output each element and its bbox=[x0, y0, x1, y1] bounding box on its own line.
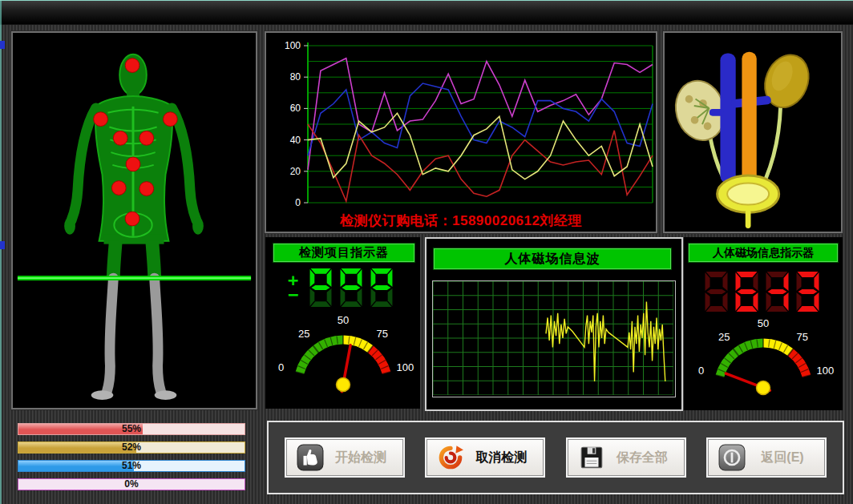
thumb-up-icon bbox=[297, 444, 324, 471]
detect-item-gauge: 0255075100 bbox=[269, 314, 417, 404]
svg-text:75: 75 bbox=[376, 328, 387, 340]
svg-text:60: 60 bbox=[290, 103, 301, 114]
svg-text:40: 40 bbox=[290, 135, 301, 146]
svg-text:25: 25 bbox=[718, 331, 730, 343]
magnetic-led-display bbox=[703, 271, 821, 312]
window-edge-marker bbox=[0, 41, 5, 49]
return-button[interactable]: 返回(E) bbox=[708, 439, 825, 476]
organ-image-panel bbox=[663, 31, 843, 233]
window-titlebar bbox=[0, 1, 853, 25]
magnetic-wave-panel: 人体磁场信息波 bbox=[425, 237, 683, 411]
detect-item-indicator-panel: 检测项目指示器 + − 0255075100 bbox=[265, 237, 420, 409]
progress-bar-magenta: 0% bbox=[18, 478, 245, 490]
body-figure bbox=[13, 33, 256, 408]
return-label: 返回(E) bbox=[746, 450, 819, 466]
action-button-bar: 开始检测 取消检测 bbox=[267, 421, 844, 494]
magnetic-wave-scope bbox=[432, 280, 676, 397]
start-detect-label: 开始检测 bbox=[324, 450, 398, 466]
progress-label: 51% bbox=[18, 460, 245, 471]
svg-text:0: 0 bbox=[698, 365, 704, 377]
svg-text:80: 80 bbox=[290, 71, 301, 83]
save-all-button[interactable]: 保存全部 bbox=[568, 439, 685, 476]
magnetic-wave-title: 人体磁场信息波 bbox=[433, 248, 672, 270]
svg-text:100: 100 bbox=[285, 40, 301, 51]
kidney-illustration bbox=[665, 33, 838, 228]
svg-text:50: 50 bbox=[338, 314, 349, 326]
svg-text:25: 25 bbox=[298, 328, 309, 340]
detect-item-led-display: + − bbox=[288, 268, 394, 308]
progress-label: 55% bbox=[18, 423, 245, 434]
detect-item-indicator-title: 检测项目指示器 bbox=[273, 243, 415, 263]
save-all-label: 保存全部 bbox=[605, 450, 679, 466]
svg-text:0: 0 bbox=[278, 361, 284, 373]
progress-bar-blue: 51% bbox=[18, 460, 245, 472]
red-seven-segment bbox=[703, 271, 821, 312]
phone-notice: 检测仪订购电话：15890020612刘经理 bbox=[266, 212, 656, 230]
svg-text:75: 75 bbox=[796, 331, 807, 343]
magnetic-indicator-panel: 人体磁场信息指示器 0255075100 bbox=[684, 237, 843, 410]
cancel-detect-label: 取消检测 bbox=[464, 450, 538, 466]
return-icon bbox=[718, 444, 746, 471]
trend-chart: 020406080100 bbox=[266, 33, 656, 212]
green-seven-segment bbox=[308, 268, 394, 308]
minus-sign: − bbox=[288, 288, 298, 302]
trend-chart-panel: 020406080100 检测仪订购电话：15890020612刘经理 bbox=[265, 31, 657, 233]
cancel-detect-button[interactable]: 取消检测 bbox=[426, 439, 544, 476]
progress-label: 0% bbox=[18, 478, 245, 490]
svg-text:0: 0 bbox=[295, 197, 301, 208]
cancel-swirl-icon bbox=[437, 444, 464, 471]
magnetic-indicator-title: 人体磁场信息指示器 bbox=[688, 243, 839, 263]
svg-text:100: 100 bbox=[396, 361, 414, 373]
progress-bar-red: 55% bbox=[18, 423, 245, 435]
start-detect-button[interactable]: 开始检测 bbox=[286, 439, 403, 476]
window-edge-marker bbox=[0, 241, 5, 249]
body-scan-panel bbox=[11, 31, 257, 409]
progress-label: 52% bbox=[18, 442, 245, 453]
application-window: 020406080100 检测仪订购电话：15890020612刘经理 bbox=[0, 0, 853, 504]
svg-text:50: 50 bbox=[758, 317, 769, 329]
plus-minus-signs: + − bbox=[288, 273, 298, 302]
svg-text:100: 100 bbox=[816, 365, 834, 377]
magnetic-gauge: 0255075100 bbox=[689, 317, 837, 407]
svg-text:20: 20 bbox=[290, 166, 301, 177]
save-floppy-icon bbox=[578, 444, 605, 471]
progress-bar-group: 55% 52% 51% 0% bbox=[18, 423, 245, 497]
progress-bar-gold: 52% bbox=[18, 442, 245, 454]
